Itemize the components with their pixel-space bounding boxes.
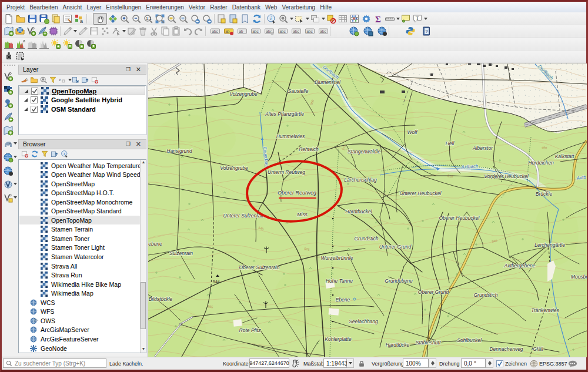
svg-text:Hohe Tanne: Hohe Tanne [326, 278, 353, 284]
svg-text:Oberer Sulzenrain: Oberer Sulzenrain [239, 264, 280, 270]
svg-text:Herdeichen: Herdeichen [528, 160, 554, 166]
svg-text:Axtbergebene: Axtbergebene [504, 263, 536, 269]
svg-text:Wurzelbrünnle: Wurzelbrünnle [321, 255, 353, 261]
svg-text:?: ? [425, 29, 428, 34]
svg-text:Miss: Miss [297, 212, 308, 217]
svg-text:abc: abc [279, 29, 286, 33]
svg-text:Hummelwies: Hummelwies [276, 133, 305, 139]
svg-text:a: a [80, 18, 83, 24]
svg-text:ab: ab [225, 29, 230, 33]
svg-text:abc: abc [212, 29, 218, 33]
svg-text:Wolf: Wolf [407, 129, 419, 135]
svg-text:Kohlerplatte: Kohlerplatte [325, 336, 352, 342]
svg-text:Hardtbuckel: Hardtbuckel [345, 209, 372, 215]
svg-text:Σ: Σ [375, 14, 381, 24]
svg-text:Oberer Grund: Oberer Grund [418, 289, 449, 295]
svg-text:Stähleshütt: Stähleshütt [416, 340, 441, 346]
svg-text:Grundstich: Grundstich [354, 236, 378, 242]
svg-text:Volzengrube: Volzengrube [220, 165, 248, 171]
svg-text:Oberer Reutweg: Oberer Reutweg [278, 190, 316, 196]
svg-text:abc: abc [252, 29, 259, 33]
svg-text:Bildstöckle: Bildstöckle [149, 296, 173, 302]
svg-text:Stangenwäldle: Stangenwäldle [348, 149, 380, 155]
svg-text:ebene: ebene [148, 241, 162, 247]
svg-text:Hardtlücke: Hardtlücke [386, 342, 410, 348]
svg-text:Vorderer Heubuckel: Vorderer Heubuckel [484, 173, 529, 179]
svg-text:Kalkstatt: Kalkstatt [555, 153, 574, 159]
svg-text:Sulzenrain: Sulzenrain [169, 250, 193, 256]
svg-text:ab: ab [239, 29, 243, 33]
svg-text:abc: abc [306, 29, 313, 33]
svg-text:Hell: Hell [446, 140, 455, 146]
svg-text:Volzengrube: Volzengrube [229, 91, 258, 97]
svg-text:Hansigrund: Hansigrund [166, 148, 192, 154]
svg-text:Alberstor: Alberstor [472, 145, 493, 151]
svg-text:Sohlbuckel: Sohlbuckel [457, 337, 482, 343]
svg-text:Grundebene: Grundebene [385, 278, 413, 284]
svg-text:Oberer Heubuckel: Oberer Heubuckel [439, 215, 480, 221]
svg-text:Rote Pfitz: Rote Pfitz [239, 327, 262, 333]
svg-text:Ebene: Ebene [336, 297, 350, 303]
svg-text:Axtbach: Axtbach [460, 163, 479, 170]
svg-text:Brückle: Brückle [536, 191, 553, 197]
svg-text:490: 490 [542, 146, 547, 150]
svg-text:Seelachhang: Seelachhang [349, 319, 378, 324]
svg-text:abc: abc [293, 29, 299, 33]
svg-text:Lerchengärtle: Lerchengärtle [534, 242, 565, 248]
svg-text:Rehteich: Rehteich [299, 146, 319, 152]
svg-text:Lärchenschlag: Lärchenschlag [344, 177, 377, 183]
svg-text:Unterer Heubuckel: Unterer Heubuckel [400, 190, 442, 196]
svg-text:i: i [64, 152, 65, 156]
svg-text:Unterm Reutweg: Unterm Reutweg [268, 169, 305, 175]
svg-text:Saustelle: Saustelle [288, 88, 309, 94]
svg-text:Altes Pflanzgärtle: Altes Pflanzgärtle [265, 111, 304, 117]
svg-text:Grundstich: Grundstich [473, 292, 497, 298]
svg-text:ε: ε [59, 77, 62, 82]
svg-text:Unterer Grund: Unterer Grund [379, 244, 412, 250]
svg-text:abc: abc [320, 29, 326, 33]
svg-text:Gfäll: Gfäll [533, 346, 544, 352]
svg-text:Tränkenwies: Tränkenwies [531, 307, 559, 313]
svg-text:544: 544 [213, 280, 220, 284]
svg-text:510: 510 [447, 174, 453, 178]
svg-text:Dennacherweg: Dennacherweg [489, 346, 523, 352]
svg-text:1:1: 1:1 [146, 16, 152, 21]
svg-text:Blumenstiel: Blumenstiel [315, 79, 341, 85]
svg-text:T: T [416, 15, 419, 21]
svg-text:Moosbr: Moosbr [571, 274, 587, 280]
